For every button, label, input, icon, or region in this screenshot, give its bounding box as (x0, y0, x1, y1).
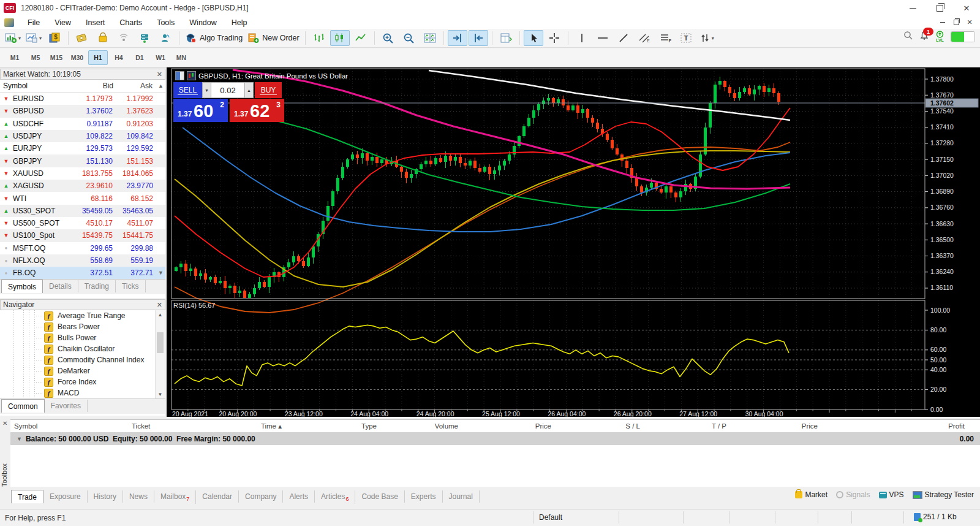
navigator-item-chaikin-oscillator[interactable]: fChaikin Oscillator (0, 343, 165, 354)
timeframe-m1[interactable]: M1 (5, 50, 24, 65)
timeframe-d1[interactable]: D1 (130, 50, 149, 65)
tab-common[interactable]: Common (1, 399, 45, 413)
navigator-item-bulls-power[interactable]: fBulls Power (0, 332, 165, 343)
toolbox-column-type[interactable]: Type (285, 422, 380, 430)
tab-details[interactable]: Details (43, 280, 78, 292)
notifications-icon[interactable]: 1 (919, 31, 929, 42)
fibonacci-button[interactable]: F (655, 30, 675, 46)
market-watch-row[interactable]: ▼EURUSD1.179731.17992 (0, 93, 165, 105)
sell-price-panel[interactable]: 1.37 60 2 (173, 99, 228, 122)
chevron-down-icon[interactable]: ▾ (18, 36, 21, 41)
market-watch-row[interactable]: ▼US100_Spot15439.7515441.75 (0, 229, 165, 242)
timeframe-mn[interactable]: MN (172, 50, 191, 65)
depth-of-market-icon[interactable] (175, 71, 184, 80)
toolbox-tab-history[interactable]: History (88, 490, 123, 503)
timeframe-h4[interactable]: H4 (109, 50, 129, 65)
trendline-button[interactable] (614, 30, 633, 46)
tab-symbols[interactable]: Symbols (1, 280, 43, 293)
market-watch-toggle-button[interactable]: $ (45, 30, 64, 46)
scroll-down-icon[interactable]: ▼ (156, 390, 165, 398)
navigator-item-average-true-range[interactable]: fAverage True Range (0, 310, 165, 321)
market-store-button[interactable] (93, 30, 113, 46)
vps-button[interactable]: VPS (879, 490, 904, 499)
toolbox-tab-trade[interactable]: Trade (11, 490, 43, 503)
toolbox-column-tp[interactable]: T / P (644, 422, 730, 430)
toolbox-column-time[interactable]: Time ▴ (189, 422, 285, 430)
cursor-button[interactable] (524, 30, 543, 46)
signals-store-button[interactable] (114, 30, 134, 46)
timeframe-m30[interactable]: M30 (67, 50, 87, 65)
equidistant-channel-button[interactable]: E (635, 30, 654, 46)
lvl-icon[interactable]: LVL (935, 31, 944, 42)
scroll-up-icon[interactable]: ▲ (156, 310, 165, 319)
toolbox-tab-experts[interactable]: Experts (405, 490, 443, 503)
menu-window[interactable]: Window (182, 17, 224, 28)
one-click-trading-icon[interactable] (187, 71, 196, 80)
toolbox-tab-company[interactable]: Company (239, 490, 283, 503)
toolbox-column-profit[interactable]: Profit (821, 422, 968, 430)
toolbox-tab-articles[interactable]: Articles6 (315, 490, 355, 504)
chart-area[interactable]: 1.378001.376701.375401.374101.372801.371… (167, 67, 980, 417)
chart-shift-button[interactable] (469, 30, 488, 46)
market-watch-row[interactable]: ●MSFT.OQ299.65299.88 (0, 242, 165, 254)
text-tool-button[interactable]: T (676, 30, 696, 46)
market-watch-row[interactable]: ▼GBPUSD1.376021.37623 (0, 105, 165, 117)
zoom-in-button[interactable] (379, 30, 398, 46)
mdi-restore-button[interactable] (949, 18, 963, 28)
zoom-out-button[interactable] (399, 30, 419, 46)
tile-windows-button[interactable] (420, 30, 440, 46)
menu-insert[interactable]: Insert (78, 17, 112, 28)
mdi-close-button[interactable]: ✕ (963, 18, 976, 28)
volume-down-icon[interactable]: ▼ (202, 82, 211, 98)
signals-button[interactable]: Signals (836, 490, 870, 499)
timeframe-w1[interactable]: W1 (151, 50, 170, 65)
volume-field[interactable]: 0.02 (211, 82, 244, 98)
menu-help[interactable]: Help (224, 17, 255, 28)
close-button[interactable]: ✕ (953, 1, 980, 15)
column-symbol[interactable]: Symbol (0, 82, 76, 90)
tab-favorites[interactable]: Favorites (45, 400, 88, 412)
chevron-down-icon[interactable]: ▾ (39, 36, 42, 41)
toolbox-column-price[interactable]: Price (462, 422, 555, 430)
collapse-icon[interactable]: ▼ (17, 436, 22, 442)
scroll-up-icon[interactable]: ▲ (158, 83, 165, 89)
crosshair-button[interactable] (545, 30, 564, 46)
timeframe-m15[interactable]: M15 (47, 50, 66, 65)
column-ask[interactable]: Ask (116, 82, 156, 90)
data-window-button[interactable] (496, 30, 516, 46)
menu-view[interactable]: View (47, 17, 78, 28)
new-chart-button[interactable]: ▾ (3, 30, 23, 46)
navigator-item-macd[interactable]: fMACD (0, 387, 165, 398)
toolbox-column-symbol[interactable]: Symbol (10, 422, 128, 430)
navigator-close-icon[interactable]: ✕ (157, 301, 162, 309)
candles-mode-button[interactable] (330, 30, 350, 46)
toolbox-tab-alerts[interactable]: Alerts (283, 490, 315, 503)
toolbox-tab-mailbox[interactable]: Mailbox7 (154, 490, 196, 504)
algo-trading-button[interactable]: Algo Trading (183, 30, 244, 46)
market-watch-row[interactable]: ▲USDCHF0.911870.91203 (0, 118, 165, 130)
toolbox-column-price[interactable]: Price (730, 422, 821, 430)
chevron-down-icon[interactable]: ▾ (712, 36, 714, 41)
deposit-button[interactable] (72, 30, 92, 46)
scroll-down-icon[interactable]: ▼ (158, 270, 165, 276)
balance-row[interactable]: ▼ Balance: 50 000.00 USD Equity: 50 000.… (10, 432, 980, 445)
toolbox-column-volume[interactable]: Volume (380, 422, 462, 430)
community-button[interactable] (156, 30, 175, 46)
buy-price-panel[interactable]: 1.37 62 3 (230, 99, 284, 122)
market-watch-row[interactable]: ●FB.OQ372.51372.71▼ (0, 267, 165, 279)
status-profile[interactable]: Default (539, 513, 562, 522)
tab-ticks[interactable]: Ticks (116, 280, 146, 292)
bars-mode-button[interactable] (309, 30, 329, 46)
toolbox-tab-news[interactable]: News (123, 490, 154, 503)
arrows-tool-button[interactable]: ▾ (697, 30, 717, 46)
sell-button[interactable]: SELL (173, 82, 202, 98)
toolbox-close-icon[interactable]: ✕ (2, 420, 10, 427)
market-watch-row[interactable]: ▲XAGUSD23.961023.9770 (0, 180, 165, 192)
navigator-item-force-index[interactable]: fForce Index (0, 376, 165, 387)
column-bid[interactable]: Bid (76, 82, 116, 90)
auto-scroll-button[interactable] (448, 30, 467, 46)
navigator-item-demarker[interactable]: fDeMarker (0, 365, 165, 376)
volume-up-icon[interactable]: ▲ (244, 82, 254, 98)
search-icon[interactable] (903, 31, 913, 42)
timeframe-h1[interactable]: H1 (88, 50, 108, 65)
